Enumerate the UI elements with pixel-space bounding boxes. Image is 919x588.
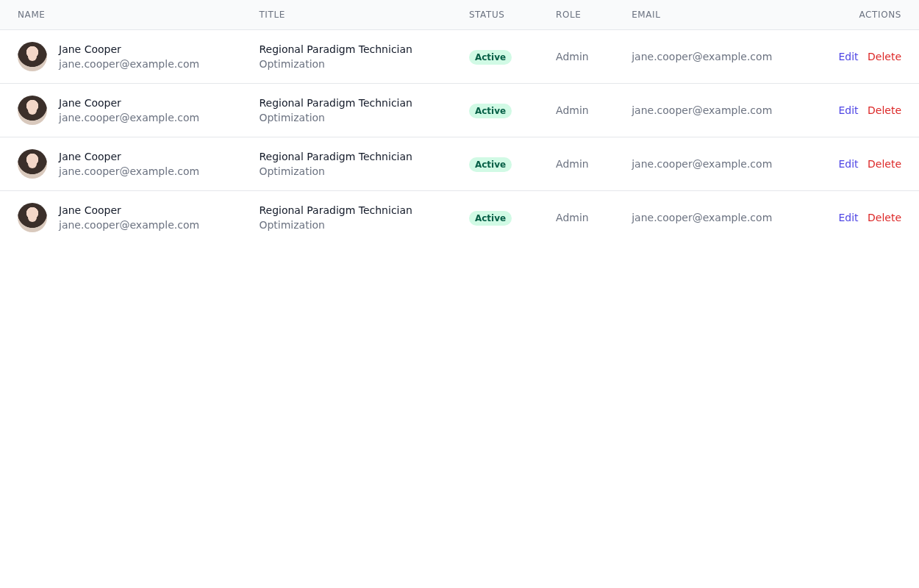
delete-button[interactable]: Delete — [868, 158, 901, 170]
user-title-sub: Optimization — [259, 110, 433, 125]
col-header-name: Name — [0, 0, 241, 30]
user-name: Jane Cooper — [59, 203, 199, 218]
status-badge: Active — [469, 157, 512, 172]
user-title: Regional Paradigm Technician — [259, 203, 433, 218]
user-role: Admin — [556, 212, 589, 223]
user-title-sub: Optimization — [259, 164, 433, 179]
user-email: jane.cooper@example.com — [632, 158, 772, 170]
user-name-sub: jane.cooper@example.com — [59, 218, 199, 232]
user-email: jane.cooper@example.com — [632, 104, 772, 116]
delete-button[interactable]: Delete — [868, 104, 901, 116]
user-role: Admin — [556, 51, 589, 62]
table-row: Jane Cooper jane.cooper@example.com Regi… — [0, 84, 919, 137]
col-header-role: Role — [538, 0, 614, 30]
edit-button[interactable]: Edit — [838, 212, 858, 223]
user-title-sub: Optimization — [259, 218, 433, 232]
user-name: Jane Cooper — [59, 42, 199, 57]
table-row: Jane Cooper jane.cooper@example.com Regi… — [0, 191, 919, 245]
user-title: Regional Paradigm Technician — [259, 42, 433, 57]
users-table: Name Title Status Role Email Actions Jan… — [0, 0, 919, 244]
user-title: Regional Paradigm Technician — [259, 149, 433, 164]
avatar — [18, 149, 47, 179]
user-name-sub: jane.cooper@example.com — [59, 110, 199, 125]
table-row: Jane Cooper jane.cooper@example.com Regi… — [0, 137, 919, 191]
user-email: jane.cooper@example.com — [632, 212, 772, 223]
delete-button[interactable]: Delete — [868, 51, 901, 62]
user-title-sub: Optimization — [259, 57, 433, 71]
user-title: Regional Paradigm Technician — [259, 96, 433, 110]
user-role: Admin — [556, 104, 589, 116]
user-email: jane.cooper@example.com — [632, 51, 772, 62]
status-badge: Active — [469, 211, 512, 226]
delete-button[interactable]: Delete — [868, 212, 901, 223]
table-row: Jane Cooper jane.cooper@example.com Regi… — [0, 30, 919, 84]
user-name-sub: jane.cooper@example.com — [59, 57, 199, 71]
col-header-status: Status — [451, 0, 538, 30]
status-badge: Active — [469, 50, 512, 65]
avatar — [18, 96, 47, 125]
edit-button[interactable]: Edit — [838, 104, 858, 116]
table-body: Jane Cooper jane.cooper@example.com Regi… — [0, 30, 919, 245]
edit-button[interactable]: Edit — [838, 158, 858, 170]
col-header-actions: Actions — [809, 0, 919, 30]
user-name: Jane Cooper — [59, 149, 199, 164]
user-name-sub: jane.cooper@example.com — [59, 164, 199, 179]
user-role: Admin — [556, 158, 589, 170]
avatar — [18, 203, 47, 232]
table-header: Name Title Status Role Email Actions — [0, 0, 919, 30]
user-name: Jane Cooper — [59, 96, 199, 110]
col-header-title: Title — [241, 0, 451, 30]
status-badge: Active — [469, 104, 512, 118]
col-header-email: Email — [614, 0, 809, 30]
avatar — [18, 42, 47, 71]
edit-button[interactable]: Edit — [838, 51, 858, 62]
